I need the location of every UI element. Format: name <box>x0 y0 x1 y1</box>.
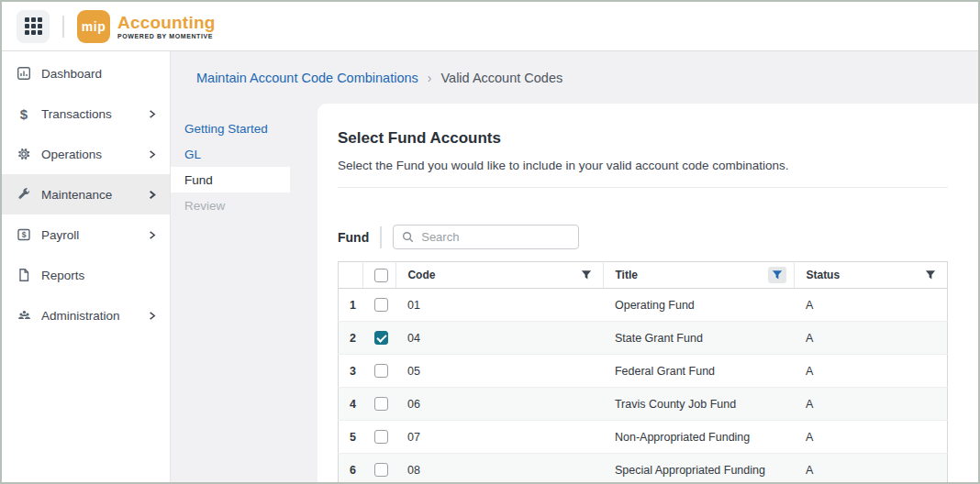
cell-status: A <box>795 454 948 483</box>
cell-code: 05 <box>396 355 604 388</box>
brand-block: Accounting POWERED BY MOMENTIVE <box>117 14 216 39</box>
row-checkbox[interactable] <box>374 463 388 477</box>
breadcrumb: Maintain Account Code Combinations › Val… <box>171 51 978 85</box>
cell-status: A <box>795 355 948 388</box>
search-box <box>393 225 579 249</box>
row-checkbox[interactable] <box>374 364 388 378</box>
cell-code: 01 <box>396 289 604 322</box>
toolbar-divider <box>380 226 382 248</box>
people-icon <box>16 308 32 323</box>
mip-logo: mip <box>77 10 110 43</box>
sidebar-item-label: Administration <box>41 309 147 323</box>
row-number: 3 <box>339 355 363 388</box>
cell-title: Federal Grant Fund <box>604 355 795 388</box>
filter-icon-code[interactable] <box>577 267 596 283</box>
page-title: Select Fund Accounts <box>338 129 948 148</box>
column-header-status: Status <box>795 262 948 289</box>
table-row[interactable]: 1 01 Operating Fund A <box>339 289 948 322</box>
search-icon <box>402 231 414 243</box>
select-all-checkbox[interactable] <box>374 269 388 282</box>
row-checkbox[interactable] <box>374 430 388 444</box>
app-tagline: POWERED BY MOMENTIVE <box>117 33 216 39</box>
content-area: Maintain Account Code Combinations › Val… <box>171 51 978 482</box>
row-number: 4 <box>339 388 363 421</box>
wizard-step-getting-started[interactable]: Getting Started <box>171 116 290 141</box>
table-row[interactable]: 6 08 Special Appropriated Funding A <box>339 454 948 483</box>
filter-icon-status[interactable] <box>921 267 940 283</box>
sidebar-item-label: Transactions <box>41 107 147 121</box>
fund-toolbar: Fund <box>338 225 948 249</box>
column-header-code: Code <box>396 262 604 289</box>
wizard-step-review: Review <box>171 192 290 218</box>
table-row[interactable]: 5 07 Non-Appropriated Funding A <box>339 421 948 454</box>
gear-icon <box>16 147 32 161</box>
sidebar-item-payroll[interactable]: $ Payroll <box>2 214 170 255</box>
page-subtitle: Select the Fund you would like to includ… <box>338 159 948 172</box>
chevron-right-icon <box>147 230 157 240</box>
section-divider <box>338 187 948 188</box>
table-row[interactable]: 4 06 Travis County Job Fund A <box>339 388 948 421</box>
cell-title: State Grant Fund <box>604 322 795 355</box>
column-label: Code <box>407 269 435 281</box>
row-checkbox[interactable] <box>374 397 388 411</box>
breadcrumb-parent-link[interactable]: Maintain Account Code Combinations <box>196 71 418 85</box>
row-checkbox[interactable] <box>374 298 388 312</box>
fund-table: Code Title <box>338 261 948 482</box>
breadcrumb-current: Valid Account Codes <box>440 71 562 85</box>
filter-icon-title[interactable] <box>768 267 786 283</box>
app-window: mip Accounting POWERED BY MOMENTIVE Dash… <box>0 0 980 484</box>
select-all-header <box>363 262 396 289</box>
cell-status: A <box>795 289 948 322</box>
cell-code: 08 <box>396 454 604 483</box>
wizard-step-fund[interactable]: Fund <box>171 167 290 192</box>
row-number: 2 <box>339 322 363 355</box>
row-number: 1 <box>339 289 363 322</box>
chevron-right-icon <box>147 149 157 160</box>
chevron-right-icon <box>147 190 157 200</box>
cell-title: Operating Fund <box>604 289 795 322</box>
cell-code: 07 <box>396 421 604 454</box>
header-divider <box>62 16 64 38</box>
cell-title: Travis County Job Fund <box>604 388 795 421</box>
table-header-row: Code Title <box>339 262 948 289</box>
sidebar-item-reports[interactable]: Reports <box>2 255 170 295</box>
wrench-icon <box>16 187 32 202</box>
sidebar-item-maintenance[interactable]: Maintenance <box>2 174 170 214</box>
cell-status: A <box>795 421 948 454</box>
fund-section-label: Fund <box>338 230 369 245</box>
cell-title: Special Appropriated Funding <box>604 454 795 483</box>
sidebar-item-operations[interactable]: Operations <box>2 134 170 174</box>
dashboard-icon <box>16 66 32 81</box>
sidebar-item-label: Reports <box>41 269 157 282</box>
top-header: mip Accounting POWERED BY MOMENTIVE <box>2 2 978 51</box>
sidebar: Dashboard $ Transactions Operations <box>2 51 171 482</box>
main-card: Select Fund Accounts Select the Fund you… <box>317 104 978 482</box>
sidebar-item-transactions[interactable]: $ Transactions <box>2 94 170 134</box>
column-label: Status <box>806 269 840 281</box>
row-number: 6 <box>339 454 363 483</box>
dollar-icon: $ <box>16 106 32 122</box>
sidebar-item-administration[interactable]: Administration <box>2 295 170 336</box>
document-icon <box>16 268 32 282</box>
chevron-right-icon <box>147 311 157 321</box>
sidebar-item-label: Operations <box>41 148 147 161</box>
table-row[interactable]: 3 05 Federal Grant Fund A <box>339 355 948 388</box>
row-checkbox[interactable] <box>374 331 388 345</box>
app-title: Accounting <box>117 14 216 32</box>
search-input[interactable] <box>421 230 570 244</box>
sidebar-item-label: Payroll <box>41 228 147 242</box>
sidebar-item-dashboard[interactable]: Dashboard <box>2 53 170 94</box>
cell-code: 04 <box>396 322 604 355</box>
column-header-title: Title <box>604 262 795 289</box>
cell-code: 06 <box>396 388 604 421</box>
sidebar-item-label: Maintenance <box>41 188 147 202</box>
column-label: Title <box>615 269 637 281</box>
table-row[interactable]: 2 04 State Grant Fund A <box>339 322 948 355</box>
app-launcher-button[interactable] <box>17 10 50 43</box>
cell-title: Non-Appropriated Funding <box>604 421 795 454</box>
wizard-step-gl[interactable]: GL <box>171 141 290 167</box>
wizard-nav: Getting Started GL Fund Review <box>171 104 290 482</box>
chevron-right-icon <box>147 109 157 119</box>
svg-text:$: $ <box>22 230 27 239</box>
cell-status: A <box>795 322 948 355</box>
